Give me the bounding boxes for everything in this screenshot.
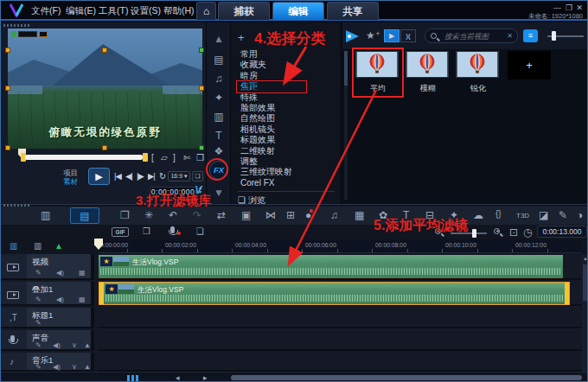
- clear-search-icon[interactable]: ✕: [507, 32, 513, 40]
- split-icon[interactable]: ⋈: [265, 210, 276, 220]
- category-item[interactable]: 相机镜头: [234, 124, 338, 135]
- selection-handle[interactable]: [5, 86, 10, 91]
- sketch-icon[interactable]: ✎: [559, 210, 567, 220]
- audio-mixer-icon[interactable]: ♫: [330, 210, 338, 220]
- filter-tile-sharpen[interactable]: 锐化: [456, 51, 501, 94]
- undo-icon[interactable]: ↶: [169, 210, 177, 220]
- collapse-icon[interactable]: ∨: [72, 363, 77, 371]
- trim-end-handle[interactable]: [143, 153, 148, 162]
- panel-drag-handle[interactable]: [3, 24, 29, 27]
- minimize-icon[interactable]: —: [553, 3, 561, 12]
- track-manager-icon[interactable]: ▥: [10, 242, 17, 251]
- audio-filter-toggle[interactable]: )(: [400, 29, 416, 42]
- loop-segment-icon[interactable]: ▱: [161, 153, 168, 162]
- snapshot-icon[interactable]: ▣: [241, 210, 251, 220]
- timeline-view-button[interactable]: ▤: [70, 207, 99, 224]
- category-item[interactable]: 常用: [234, 49, 338, 60]
- search-input[interactable]: [444, 30, 507, 41]
- category-item[interactable]: 二维映射: [234, 146, 338, 156]
- zoom-in-icon[interactable]: +: [494, 228, 500, 234]
- horizontal-scrollbar[interactable]: [231, 375, 582, 380]
- filter-tile-blur[interactable]: 模糊: [406, 51, 451, 94]
- graphics-library-icon[interactable]: ❖: [207, 145, 231, 157]
- go-start-icon[interactable]: |◀: [114, 171, 121, 181]
- pencil-icon[interactable]: ✎: [35, 363, 42, 371]
- mark-out-icon[interactable]: ]: [173, 153, 176, 162]
- scroll-right-icon[interactable]: ▸: [203, 374, 208, 382]
- music-track-header[interactable]: 音乐1 ✎ ◀) ∨ ▲: [27, 353, 94, 372]
- overlay-library-icon[interactable]: ▥: [207, 111, 231, 123]
- gif-creator-icon[interactable]: GIF: [112, 227, 129, 237]
- redo-icon[interactable]: ↷: [193, 210, 201, 220]
- category-item[interactable]: 收藏夹: [234, 60, 338, 70]
- level-icon[interactable]: ▲: [84, 363, 91, 371]
- transition-library-icon[interactable]: ✦: [207, 92, 231, 104]
- tools-icon[interactable]: ✳: [144, 210, 153, 220]
- video-track-icon[interactable]: [1, 254, 27, 280]
- split-clip-icon[interactable]: ✄: [183, 153, 190, 162]
- screen-capture-icon[interactable]: ❒: [143, 227, 150, 236]
- maximize-icon[interactable]: ❐: [566, 3, 572, 12]
- clip-mode-label[interactable]: 素材: [63, 177, 78, 188]
- title-track-content[interactable]: [98, 308, 582, 328]
- video-clip[interactable]: ★ 生活Vlog.VSP: [99, 255, 563, 278]
- media-library-icon[interactable]: ▤: [207, 54, 231, 66]
- music-track-icon[interactable]: ♪: [1, 353, 27, 372]
- category-item[interactable]: 自然绘图: [234, 113, 338, 124]
- pencil-icon[interactable]: ✎: [35, 269, 42, 277]
- clip-trim-handle-right[interactable]: [565, 283, 569, 304]
- scroll-up-icon[interactable]: ▲: [207, 33, 231, 45]
- speaker-icon[interactable]: ◀): [53, 363, 61, 371]
- next-frame-icon[interactable]: |▶: [137, 171, 144, 181]
- multicam-icon[interactable]: ▦: [355, 210, 364, 220]
- selection-handle[interactable]: [199, 145, 204, 150]
- tab-capture[interactable]: 捕获: [218, 2, 270, 20]
- gallery-scrollbar[interactable]: [344, 51, 348, 200]
- selection-handle[interactable]: [199, 86, 204, 91]
- stop-motion-icon[interactable]: ❑: [196, 227, 204, 236]
- timeline-zoom-thumb[interactable]: [472, 229, 476, 238]
- tab-edit[interactable]: 编辑: [272, 2, 324, 20]
- pencil-icon[interactable]: ✎: [35, 296, 42, 303]
- home-icon[interactable]: ⌂: [196, 2, 216, 20]
- voice-track-header[interactable]: 声音 ✎ ◀) ∨ ▲: [27, 330, 94, 351]
- tab-share[interactable]: 共享: [327, 2, 379, 20]
- color-grading-icon[interactable]: ●: [305, 210, 311, 220]
- overlay-track-header[interactable]: 叠加1 ✎ ◀) ▦: [27, 282, 94, 306]
- video-filter-toggle[interactable]: ▶: [384, 29, 399, 42]
- trim-icon[interactable]: ⊞: [286, 210, 295, 220]
- selection-handle[interactable]: [102, 48, 107, 53]
- video-track-content[interactable]: ★ 生活Vlog.VSP: [98, 254, 582, 280]
- overlay-track-content[interactable]: ★ 生活Vlog.VSP: [98, 282, 582, 306]
- music-track-content[interactable]: [98, 353, 582, 372]
- speaker-icon[interactable]: ◀): [53, 341, 61, 349]
- duration-clock-icon[interactable]: ◷: [523, 227, 532, 238]
- filter-tile-average[interactable]: 平均: [355, 51, 400, 94]
- audio-library-icon[interactable]: ♫: [207, 73, 231, 85]
- selection-handle[interactable]: [5, 48, 10, 53]
- track-list-icon[interactable]: ▥: [34, 242, 42, 251]
- speaker-icon[interactable]: ◀): [56, 296, 64, 303]
- close-icon[interactable]: ✕: [576, 3, 583, 12]
- fit-timeline-icon[interactable]: ⊡: [509, 227, 518, 238]
- tracks-scrollbar[interactable]: ▲: [582, 254, 588, 372]
- speech-to-text-icon[interactable]: ☁: [473, 210, 483, 220]
- timeline-ruler[interactable]: 0:00:00:00 00:00:02:00 00:00:04:00 00:00…: [99, 239, 582, 253]
- overlay-track-icon[interactable]: [1, 282, 27, 306]
- enlarge-dropdown[interactable]: ❏: [192, 171, 203, 181]
- project-duration[interactable]: 0:00:13.000: [537, 226, 587, 238]
- selection-handle[interactable]: [5, 145, 10, 150]
- view-mode-button[interactable]: ≡: [523, 29, 538, 42]
- pin-flag-icon[interactable]: [346, 30, 359, 42]
- menu-file[interactable]: 文件(F): [31, 5, 61, 17]
- overlay-clip-selected[interactable]: ★ 生活Vlog.VSP: [99, 282, 570, 305]
- pencil-icon[interactable]: ✎: [35, 319, 42, 327]
- voiceover-mic-icon[interactable]: [170, 226, 175, 233]
- add-favorite-icon[interactable]: ★⁺: [366, 29, 380, 41]
- go-end-icon[interactable]: ▶|: [148, 171, 155, 181]
- category-item[interactable]: Corel FX: [234, 178, 338, 188]
- category-item[interactable]: 三维纹理映射: [234, 167, 338, 177]
- scrubber-bar[interactable]: [25, 155, 143, 160]
- mask-creator-icon[interactable]: ◪: [539, 210, 548, 220]
- blend-icon[interactable]: ▦: [79, 296, 86, 303]
